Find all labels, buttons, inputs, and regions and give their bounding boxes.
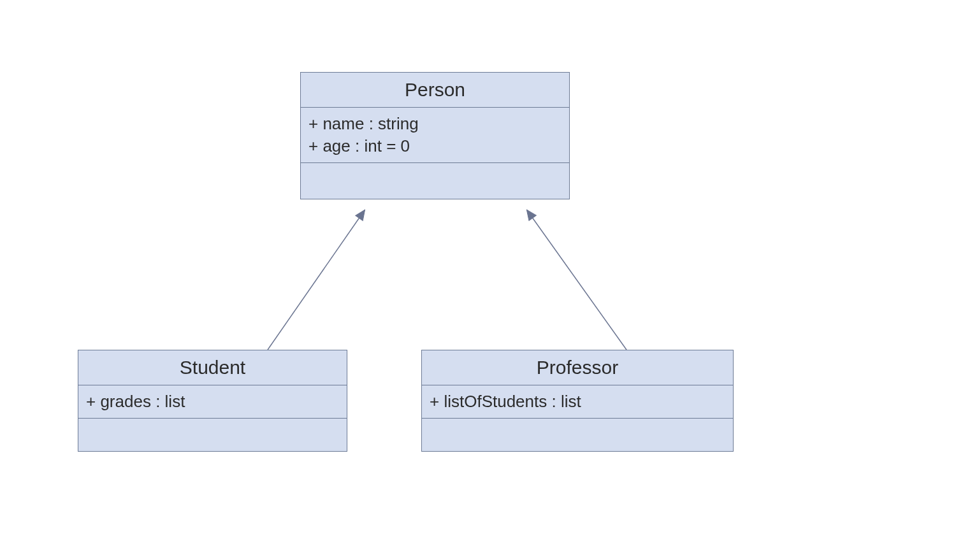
- class-name: Professor: [422, 350, 733, 385]
- class-attributes: + listOfStudents : list: [422, 385, 733, 419]
- class-attributes: + name : string + age : int = 0: [301, 108, 569, 163]
- class-name: Student: [78, 350, 347, 385]
- class-methods: [422, 419, 733, 451]
- class-methods: [78, 419, 347, 451]
- class-name: Person: [301, 73, 569, 108]
- edge-student-person: [268, 210, 365, 350]
- class-attributes: + grades : list: [78, 385, 347, 419]
- class-box-professor: Professor + listOfStudents : list: [421, 350, 734, 452]
- diagram-canvas: Person + name : string + age : int = 0 S…: [0, 0, 956, 560]
- class-attribute: + listOfStudents : list: [430, 391, 725, 413]
- class-attribute: + name : string: [308, 113, 561, 135]
- class-box-person: Person + name : string + age : int = 0: [300, 72, 570, 199]
- class-box-student: Student + grades : list: [78, 350, 347, 452]
- class-attribute: + grades : list: [86, 391, 339, 413]
- class-attribute: + age : int = 0: [308, 135, 561, 157]
- class-methods: [301, 163, 569, 199]
- edge-professor-person: [527, 210, 626, 350]
